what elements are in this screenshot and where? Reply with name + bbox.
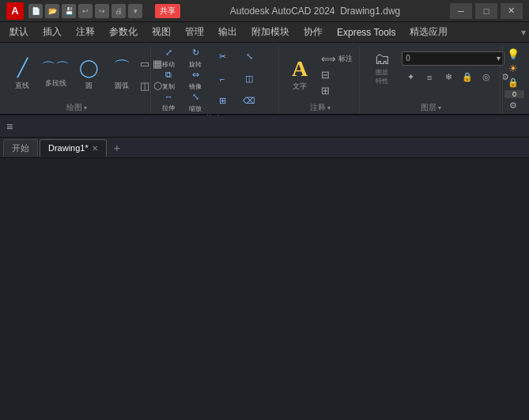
leader-tool[interactable]: ⊟ <box>319 67 355 81</box>
menu-addons[interactable]: 附加模块 <box>245 23 296 41</box>
polyline-icon: ⌒⌒ <box>41 60 70 78</box>
window-controls: ─ □ ✕ <box>450 3 523 19</box>
arc-tool[interactable]: ⌒ 圆弧 <box>106 51 138 97</box>
arc-label: 圆弧 <box>115 81 129 91</box>
tab-add-button[interactable]: + <box>108 139 126 157</box>
menu-output[interactable]: 输出 <box>212 23 244 41</box>
canvas-container: [-][俯视]二维线框 <box>0 158 529 420</box>
toolbar-area: ≡ <box>0 115 529 138</box>
menu-featured-apps[interactable]: 精选应用 <box>403 23 454 41</box>
undo-icon[interactable]: ↩ <box>78 4 93 18</box>
tab-drawing1[interactable]: Drawing1* ✕ <box>40 139 107 157</box>
layer-icons-row: ✦ ≡ ❄ 🔒 ◎ ⚙ <box>402 69 514 86</box>
title-bar-title: Autodesk AutoCAD 2024 Drawing1.dwg <box>230 6 400 17</box>
menu-default[interactable]: 默认 <box>3 23 35 41</box>
arc-icon: ⌒ <box>113 58 130 78</box>
save-icon[interactable]: 💾 <box>62 4 76 18</box>
layer-freeze[interactable]: ❄ <box>440 69 457 86</box>
sun-icon[interactable]: ☀ <box>504 62 522 75</box>
layers-group-footer: 图层 ▾ <box>365 101 497 114</box>
settings-icon[interactable]: ⚙ <box>504 99 522 112</box>
erase-tool[interactable]: ⌫ <box>236 92 262 112</box>
gradient-tool[interactable]: ◫ <box>139 75 150 96</box>
open-icon[interactable]: 📂 <box>45 4 59 18</box>
share-button[interactable]: 共享 <box>155 4 180 18</box>
menu-collaborate[interactable]: 协作 <box>297 23 329 41</box>
print-icon[interactable]: 🖨 <box>111 4 126 18</box>
close-button[interactable]: ✕ <box>501 3 523 19</box>
ribbon-group-modify: ⤢ 移动 ↻ 旋转 ✂ ⤡ <box>153 46 279 114</box>
menu-parametric[interactable]: 参数化 <box>103 23 144 41</box>
title-bar-left: A 📄 📂 💾 ↩ ↪ 🖨 ▾ 共享 <box>6 2 180 20</box>
light-on-icon[interactable]: 💡 <box>504 47 522 61</box>
layer-lock[interactable]: 🔒 <box>459 69 476 86</box>
layers-tools: 🗂 图层特性 0 ▾ ✦ ≡ ❄ � <box>365 47 497 101</box>
maximize-button[interactable]: □ <box>475 3 497 19</box>
menu-manage[interactable]: 管理 <box>179 23 210 41</box>
layer-small-tools: 0 ▾ ✦ ≡ ❄ 🔒 ◎ ⚙ <box>402 50 514 86</box>
counter-badge: 0 <box>504 90 524 98</box>
annotation-group-arrow[interactable]: ▾ <box>327 104 331 112</box>
new-icon[interactable]: 📄 <box>28 4 43 18</box>
polyline-tool[interactable]: ⌒⌒ 多段线 <box>40 51 71 97</box>
layers-row1: 🗂 图层特性 0 ▾ ✦ ≡ ❄ � <box>365 47 514 88</box>
app-icon: A <box>6 2 24 20</box>
more-icon[interactable]: ▾ <box>128 4 142 18</box>
tab-start[interactable]: 开始 <box>3 139 38 157</box>
redo-icon[interactable]: ↪ <box>95 4 109 18</box>
dimension-tool[interactable]: ⟺ 标注 <box>319 51 355 66</box>
move-tool[interactable]: ⤢ 移动 <box>156 47 181 68</box>
minimize-button[interactable]: ─ <box>450 3 472 19</box>
ribbon-group-annotation: A 文字 ⟺ 标注 ⊟ ⊞ <box>281 46 360 114</box>
layer-match[interactable]: ≡ <box>421 69 438 86</box>
rotate-tool[interactable]: ↻ 旋转 <box>183 47 208 68</box>
modify-grid: ⤢ 移动 ↻ 旋转 ✂ ⤡ <box>156 47 262 112</box>
ribbon-group-draw: ╱ 直线 ⌒⌒ 多段线 ◯ 圆 ⌒ <box>3 46 151 114</box>
menu-view[interactable]: 视图 <box>145 23 177 41</box>
draw-group-footer: 绘图 ▾ <box>6 101 147 114</box>
polyline-label: 多段线 <box>45 78 66 89</box>
menu-annotate[interactable]: 注释 <box>70 23 101 41</box>
title-bar-icons: 📄 📂 💾 ↩ ↪ 🖨 ▾ <box>28 4 142 18</box>
right-panel: 💡 ☀ 🔒 0 ⚙ <box>502 46 526 114</box>
annotation-group-footer: 注释 ▾ <box>284 101 356 114</box>
extend-tool[interactable]: ⤡ <box>236 47 262 68</box>
mirror-tool[interactable]: ⇔ 镜像 <box>183 70 208 90</box>
table-tool[interactable]: ⊞ <box>319 83 355 97</box>
tab-close-button[interactable]: ✕ <box>92 144 98 153</box>
layer-dropdown[interactable]: 0 ▾ <box>402 51 504 66</box>
array-tool[interactable]: ⊞ <box>210 92 235 112</box>
hamburger-button[interactable]: ≡ <box>3 119 16 134</box>
menu-collapse[interactable]: ▾ <box>521 27 526 38</box>
draw-group-label: 绘图 <box>66 102 82 113</box>
menu-express-tools[interactable]: Express Tools <box>331 25 402 40</box>
layer-make-current[interactable]: ✦ <box>402 69 419 86</box>
fillet-tool[interactable]: ⌐ <box>210 70 235 90</box>
lock-icon[interactable]: 🔒 <box>504 76 522 89</box>
menu-insert[interactable]: 插入 <box>36 23 68 41</box>
annotation-group-label: 注释 <box>310 102 326 113</box>
ribbon: ╱ 直线 ⌒⌒ 多段线 ◯ 圆 ⌒ <box>0 43 529 115</box>
text-label: 文字 <box>293 81 307 92</box>
chamfer-tool[interactable]: ◫ <box>236 70 262 90</box>
circle-icon: ◯ <box>79 58 99 78</box>
layer-properties-button[interactable]: 🗂 图层特性 <box>365 47 399 88</box>
tab-start-label: 开始 <box>12 142 29 154</box>
layers-group-arrow[interactable]: ▾ <box>438 104 441 112</box>
scale-tool[interactable]: ⤡ 缩放 <box>183 92 208 112</box>
line-icon: ╱ <box>17 58 28 78</box>
text-icon: A <box>292 58 308 80</box>
ribbon-group-layers: 🗂 图层特性 0 ▾ ✦ ≡ ❄ � <box>361 46 501 114</box>
annotation-tools: A 文字 ⟺ 标注 ⊟ ⊞ <box>284 47 356 101</box>
modify-tools: ⤢ 移动 ↻ 旋转 ✂ ⤡ <box>156 47 275 112</box>
trim-tool[interactable]: ✂ <box>210 47 235 68</box>
layer-isolate[interactable]: ◎ <box>478 69 495 86</box>
rectangle-tool[interactable]: ▭ <box>139 53 150 74</box>
line-tool[interactable]: ╱ 直线 <box>6 51 38 97</box>
draw-group-arrow[interactable]: ▾ <box>84 104 87 112</box>
copy-tool[interactable]: ⧉ 复制 <box>156 70 181 90</box>
stretch-tool[interactable]: ↔ 拉伸 <box>156 92 181 112</box>
text-tool[interactable]: A 文字 <box>284 51 316 97</box>
circle-tool[interactable]: ◯ 圆 <box>73 51 104 97</box>
layers-group-label: 图层 <box>421 102 436 113</box>
